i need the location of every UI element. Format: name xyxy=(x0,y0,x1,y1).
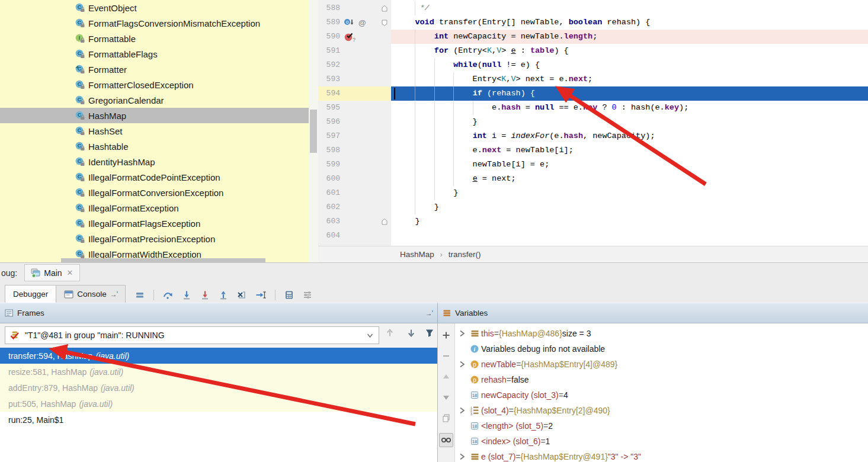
class-list-vertical-scrollbar[interactable] xyxy=(309,0,318,262)
indent-guide xyxy=(453,129,454,143)
code-line-594[interactable]: 594 if (rehash) { xyxy=(318,86,868,101)
variable-row[interactable]: iVariables debug info not available xyxy=(455,341,868,357)
code-line-592[interactable]: 592 while(null != e) { xyxy=(318,58,868,72)
code-line-601[interactable]: 601 } xyxy=(318,186,868,200)
frames-bars-icon[interactable] xyxy=(135,290,145,300)
code-line-589[interactable]: 589o@ void transfer(Entry[] newTable, bo… xyxy=(318,15,868,30)
step-out-icon[interactable] xyxy=(219,290,228,300)
class-list-item-HashMap[interactable]: CHashMap xyxy=(0,108,318,123)
indent-guide xyxy=(415,186,415,200)
code-editor[interactable]: 588 */589o@ void transfer(Entry[] newTab… xyxy=(318,0,868,246)
variable-row[interactable]: 18<length> (slot_5) = 2 xyxy=(455,418,868,434)
class-list-item-FormatFlagsConversionMismatchException[interactable]: CFormatFlagsConversionMismatchException xyxy=(0,15,318,31)
expand-chevron-icon[interactable] xyxy=(457,406,466,415)
gutter-icons xyxy=(344,158,378,172)
fold-marker-icon[interactable] xyxy=(381,19,388,27)
thread-selector-combobox[interactable]: "T1"@481 in group "main": RUNNING xyxy=(5,326,379,344)
next-frame-button[interactable] xyxy=(406,328,416,338)
run-to-cursor-icon[interactable] xyxy=(255,290,266,300)
class-list-item-Formatter[interactable]: CFormatter xyxy=(0,62,318,77)
hide-frames-filter-button[interactable] xyxy=(425,328,434,338)
class-list-item-IllegalFormatCodePointException[interactable]: CIllegalFormatCodePointException xyxy=(0,169,318,185)
variable-row[interactable]: 18<index> (slot_6) = 1 xyxy=(455,434,868,449)
stack-frame-row[interactable]: addEntry:879, HashMap(java.util) xyxy=(0,380,437,396)
variable-row[interactable]: prehash = false xyxy=(455,372,868,387)
breadcrumb-method[interactable]: transfer() xyxy=(449,250,481,259)
drop-frame-icon[interactable] xyxy=(237,290,246,300)
step-over-icon[interactable] xyxy=(163,290,173,300)
token: while xyxy=(453,60,478,69)
step-into-icon[interactable] xyxy=(182,290,191,300)
code-line-604[interactable]: 604 xyxy=(318,229,868,243)
remove-button[interactable] xyxy=(440,350,452,362)
copy-button[interactable] xyxy=(440,412,452,424)
expand-chevron-icon[interactable] xyxy=(457,453,466,461)
class-list-item-Hashtable[interactable]: CHashtable xyxy=(0,139,318,154)
expand-chevron-icon[interactable] xyxy=(457,329,466,338)
variable-name: newCapacity (slot_3) xyxy=(481,390,559,400)
code-line-600[interactable]: 600 e = next; xyxy=(318,172,868,186)
token: != e) { xyxy=(501,60,540,69)
class-list-item-Formattable[interactable]: IFormattable xyxy=(0,31,318,46)
force-step-into-icon[interactable] xyxy=(200,290,210,300)
class-list-item-IllegalFormatException[interactable]: CIllegalFormatException xyxy=(0,200,318,216)
svg-text:3: 3 xyxy=(470,412,472,416)
variable-row[interactable]: 18newCapacity (slot_3) = 4 xyxy=(455,387,868,403)
variable-row[interactable]: pnewTable = {HashMap$Entry[4]@489} xyxy=(455,357,868,372)
previous-frame-button[interactable] xyxy=(385,328,395,338)
breakpoint-icon[interactable]: ? xyxy=(344,31,355,42)
variable-row[interactable]: 123(slot_4) = {HashMap$Entry[2]@490} xyxy=(455,403,868,418)
frames-panel-icon xyxy=(5,309,14,317)
close-icon[interactable]: ✕ xyxy=(67,268,73,277)
evaluate-expression-icon[interactable] xyxy=(284,290,294,300)
stack-frame-row[interactable]: put:505, HashMap(java.util) xyxy=(0,396,437,412)
move-up-button[interactable] xyxy=(440,371,452,383)
variable-row[interactable]: this = {HashMap@486} size = 3 xyxy=(455,326,868,341)
move-down-button[interactable] xyxy=(440,392,452,403)
frame-location: run:25, Main$1 xyxy=(8,415,63,425)
code-line-602[interactable]: 602 } xyxy=(318,200,868,214)
stack-frame-row[interactable]: resize:581, HashMap(java.util) xyxy=(0,364,437,380)
tab-console[interactable]: Console →' xyxy=(56,285,126,303)
stack-frame-row[interactable]: transfer:594, HashMap(java.util) xyxy=(0,348,437,364)
class-list-item-IdentityHashMap[interactable]: CIdentityHashMap xyxy=(0,154,318,169)
class-list-item-FormattableFlags[interactable]: CFormattableFlags xyxy=(0,46,318,62)
code-line-603[interactable]: 603 } xyxy=(318,214,868,229)
class-list-horizontal-scrollbar-thumb[interactable] xyxy=(61,258,265,262)
variable-row[interactable]: e (slot_7) = {HashMap$Entry@491} "3" -> … xyxy=(455,449,868,462)
fold-marker-icon[interactable] xyxy=(381,5,388,12)
code-line-591[interactable]: 591 for (Entry<K,V> e : table) { xyxy=(318,44,868,58)
code-line-599[interactable]: 599 newTable[i] = e; xyxy=(318,158,868,172)
expand-chevron-icon[interactable] xyxy=(457,360,466,368)
code-line-590[interactable]: 590? int newCapacity = newTable.length; xyxy=(318,30,868,44)
stack-frame-row[interactable]: run:25, Main$1 xyxy=(0,412,437,428)
code-line-596[interactable]: 596 } xyxy=(318,115,868,129)
class-icon: C xyxy=(75,234,85,243)
run-config-tab-main[interactable]: Main ✕ xyxy=(24,264,79,281)
debug-window-header: oug: Main ✕ xyxy=(0,263,868,283)
tab-debugger[interactable]: Debugger xyxy=(5,285,56,303)
add-button[interactable] xyxy=(440,329,452,341)
watch-glasses-button[interactable] xyxy=(439,433,453,447)
code-line-593[interactable]: 593 Entry<K,V> next = e.next; xyxy=(318,72,868,86)
chevron-down-icon[interactable] xyxy=(366,332,374,339)
scrollbar-thumb[interactable] xyxy=(310,110,317,153)
class-list-item-EventObject[interactable]: CEventObject xyxy=(0,0,318,15)
code-line-595[interactable]: 595 e.hash = null == e.key ? 0 : hash(e.… xyxy=(318,101,868,115)
class-list-item-FormatterClosedException[interactable]: CFormatterClosedException xyxy=(0,77,318,92)
token: rehash) { xyxy=(602,18,650,27)
class-list-item-HashSet[interactable]: CHashSet xyxy=(0,123,318,139)
code-line-588[interactable]: 588 */ xyxy=(318,1,868,15)
class-list-item-GregorianCalendar[interactable]: CGregorianCalendar xyxy=(0,92,318,108)
class-list-item-IllegalFormatFlagsException[interactable]: CIllegalFormatFlagsException xyxy=(0,216,318,231)
class-list-item-IllegalFormatPrecisionException[interactable]: CIllegalFormatPrecisionException xyxy=(0,231,318,246)
code-line-597[interactable]: 597 int i = indexFor(e.hash, newCapacity… xyxy=(318,129,868,143)
indent-guide xyxy=(415,58,415,72)
class-list-item-IllegalFormatConversionException[interactable]: CIllegalFormatConversionException xyxy=(0,185,318,200)
fold-marker-icon[interactable] xyxy=(381,218,388,226)
breadcrumb-class[interactable]: HashMap xyxy=(400,250,434,259)
equals-sign: = xyxy=(540,437,545,446)
token: ) { xyxy=(554,46,568,55)
layout-settings-icon[interactable] xyxy=(303,290,312,300)
code-line-598[interactable]: 598 e.next = newTable[i]; xyxy=(318,143,868,158)
